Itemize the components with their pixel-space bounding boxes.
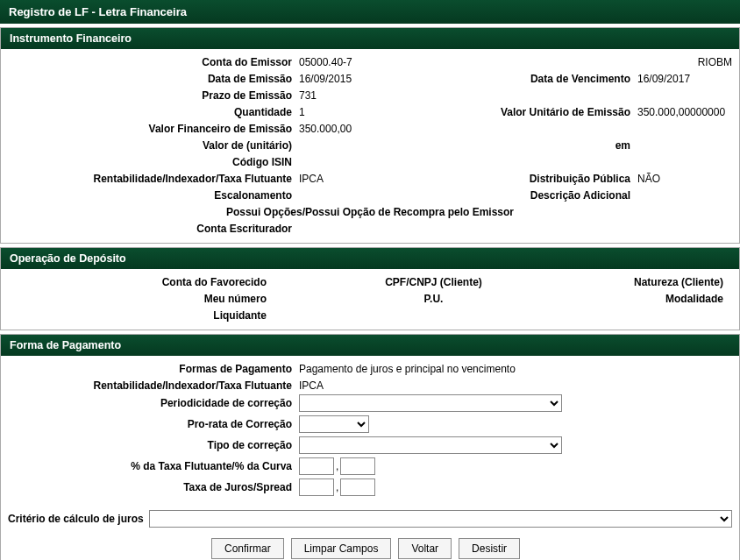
comma-1: , — [334, 460, 340, 472]
label-data-vencimento: Data de Vencimento — [530, 73, 636, 85]
section-instrumento: Instrumento Financeiro Conta do Emissor … — [0, 27, 740, 244]
input-pct-taxa-int[interactable] — [299, 457, 334, 475]
label-prorata: Pro-rata de Correção — [8, 418, 297, 430]
value-rentabilidade-instr: IPCA — [297, 173, 324, 185]
value-prazo-emissao: 731 — [297, 89, 317, 102]
label-valor-de-unitario: Valor de (unitário) — [8, 139, 297, 152]
label-prazo-emissao: Prazo de Emissão — [8, 89, 297, 102]
label-quantidade: Quantidade — [8, 106, 297, 118]
value-quantidade: 1 — [297, 106, 305, 118]
section-body-pagamento: Formas de Pagamento Pagamento de juros e… — [1, 356, 739, 505]
label-taxa-juros: Taxa de Juros/Spread — [8, 481, 297, 493]
label-rentabilidade-pag: Rentabilidade/Indexador/Taxa Flutuante — [8, 379, 297, 392]
select-prorata[interactable] — [299, 415, 369, 433]
section-pagamento: Forma de Pagamento Formas de Pagamento P… — [0, 334, 740, 560]
section-body-deposito: Conta do Favorecido CPF/CNPJ (Cliente) N… — [1, 269, 739, 330]
value-distribuicao-publica: NÃO — [636, 173, 732, 185]
desistir-button[interactable]: Desistir — [459, 538, 520, 559]
label-data-emissao: Data de Emissão — [8, 73, 297, 85]
limpar-campos-button[interactable]: Limpar Campos — [291, 538, 392, 559]
value-rentabilidade-pag: IPCA — [297, 379, 324, 392]
voltar-button[interactable]: Voltar — [398, 538, 452, 559]
section-deposito: Operação de Depósito Conta do Favorecido… — [0, 247, 740, 330]
value-data-emissao: 16/09/2015 — [297, 73, 352, 85]
label-criterio-calculo: Critério de cálculo de juros — [8, 513, 144, 525]
label-pct-taxa: % da Taxa Flutuante/% da Curva — [8, 460, 297, 472]
label-escalonamento: Escalonamento — [8, 189, 297, 202]
input-taxa-juros-dec[interactable] — [340, 478, 375, 496]
value-data-vencimento: 16/09/2017 — [636, 73, 732, 85]
value-valor-unitario-emissao: 350.000,00000000 — [636, 106, 732, 118]
label-valor-unitario-emissao: Valor Unitário de Emissão — [501, 106, 636, 118]
value-formas-pagamento: Pagamento de juros e principal no vencim… — [297, 363, 516, 375]
value-valor-financeiro-emissao: 350.000,00 — [297, 123, 352, 135]
label-conta-escriturador: Conta Escriturador — [8, 223, 297, 235]
confirmar-button[interactable]: Confirmar — [211, 538, 284, 559]
label-liquidante: Liquidante — [8, 309, 267, 322]
label-formas-pagamento: Formas de Pagamento — [8, 363, 297, 375]
label-descricao-adicional: Descrição Adicional — [530, 189, 636, 202]
label-tipo-correcao: Tipo de correção — [8, 439, 297, 451]
value-conta-emissor: 05000.40-7 — [297, 56, 352, 68]
button-row: Confirmar Limpar Campos Voltar Desistir — [1, 529, 739, 560]
select-periodicidade[interactable] — [299, 394, 562, 412]
comma-2: , — [334, 481, 340, 493]
label-em: em — [615, 139, 636, 152]
select-criterio-calculo[interactable] — [149, 510, 732, 528]
section-header-instrumento: Instrumento Financeiro — [1, 28, 739, 49]
label-modalidade: Modalidade — [601, 293, 732, 305]
select-tipo-correcao[interactable] — [299, 436, 562, 454]
section-header-deposito: Operação de Depósito — [1, 248, 739, 269]
label-rentabilidade-instr: Rentabilidade/Indexador/Taxa Flutuante — [8, 173, 297, 185]
label-pu: P.U. — [267, 293, 601, 305]
label-cpf-cnpj: CPF/CNPJ (Cliente) — [267, 276, 601, 288]
label-distribuicao-publica: Distribuição Pública — [530, 173, 636, 185]
input-pct-taxa-dec[interactable] — [340, 457, 375, 475]
input-taxa-juros-int[interactable] — [299, 478, 334, 496]
label-conta-favorecido: Conta do Favorecido — [8, 276, 267, 288]
section-header-pagamento: Forma de Pagamento — [1, 335, 739, 356]
label-valor-financeiro-emissao: Valor Financeiro de Emissão — [8, 123, 297, 135]
page-title: Registro de LF - Letra Financeira — [0, 0, 740, 24]
label-meu-numero: Meu número — [8, 293, 267, 305]
label-possui-opcoes: Possui Opções/Possui Opção de Recompra p… — [8, 204, 732, 220]
label-conta-emissor: Conta do Emissor — [8, 56, 297, 68]
section-body-instrumento: Conta do Emissor 05000.40-7 RIOBM Data d… — [1, 49, 739, 243]
label-codigo-isin: Código ISIN — [8, 156, 297, 168]
label-periodicidade: Periodicidade de correção — [8, 397, 297, 409]
label-natureza: Natureza (Cliente) — [601, 276, 732, 288]
value-riobm: RIOBM — [627, 56, 732, 68]
